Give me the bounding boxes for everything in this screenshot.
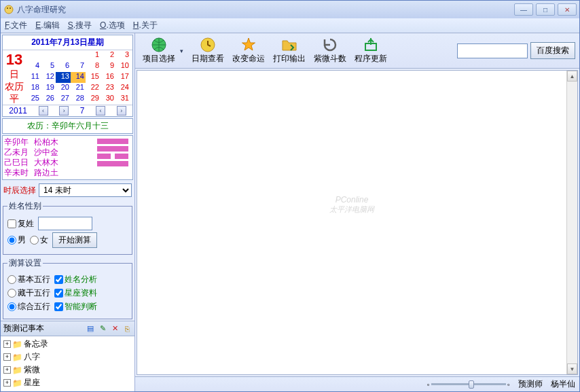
print-output-button[interactable]: 打印输出 xyxy=(270,35,309,67)
toolbar: 项目选择 ▾ 日期查看 改变命运 打印输出 紫微斗数 xyxy=(135,33,579,69)
calendar-nav: 2011 ‹ › 7 ‹ › xyxy=(3,105,132,116)
new-note-icon[interactable]: ▤ xyxy=(86,324,95,334)
ziwei-button[interactable]: 紫微斗数 xyxy=(310,35,350,67)
star-icon xyxy=(240,37,257,53)
svg-point-0 xyxy=(5,5,13,14)
update-button[interactable]: 程序更新 xyxy=(351,35,391,67)
gender-male-radio[interactable]: 男 xyxy=(7,234,26,246)
status-name: 杨半仙 xyxy=(551,378,575,390)
year-prev-button[interactable]: ‹ xyxy=(39,106,48,115)
zoom-slider[interactable]: ◦◦ xyxy=(427,380,510,389)
svg-point-2 xyxy=(10,7,11,9)
menu-file[interactable]: F.文件 xyxy=(5,20,27,31)
close-button[interactable]: ✕ xyxy=(558,3,577,16)
fuxing-checkbox[interactable]: 复姓 xyxy=(7,218,34,230)
tree-item: +📁八字 xyxy=(2,351,133,363)
wuxing-combined-radio[interactable]: 综合五行 xyxy=(7,301,50,313)
shichen-label: 时辰选择 xyxy=(3,185,36,196)
smart-judge-checkbox[interactable]: 智能判断 xyxy=(54,301,97,313)
baidu-search-button[interactable]: 百度搜索 xyxy=(530,42,575,59)
gender-female-radio[interactable]: 女 xyxy=(30,234,48,246)
month-next-button[interactable]: › xyxy=(117,106,126,115)
name-fieldset: 姓名性别 复姓 男 女 开始测算 xyxy=(3,200,132,255)
status-bar: ◦◦ 预测师 杨半仙 xyxy=(135,376,579,391)
refresh-icon xyxy=(322,37,338,53)
year-next-button[interactable]: › xyxy=(59,106,69,115)
menu-help[interactable]: H.关于 xyxy=(133,20,158,31)
tree-item: +📁紫微 xyxy=(2,363,133,376)
content-area: PConline 太平洋电脑网 ▲ ▼ xyxy=(137,70,578,375)
tree-item: +📁备忘录 xyxy=(2,338,133,351)
app-icon xyxy=(3,4,14,15)
calendar-grid[interactable]: 123 45678910 11121314151617 181920212223… xyxy=(26,50,132,105)
titlebar: 八字命理研究 — □ ✕ xyxy=(1,1,579,18)
settings-fieldset: 测算设置 基本五行 姓名分析 藏干五行 星座资料 综合五行 智能判断 xyxy=(3,257,132,319)
wuxing-basic-radio[interactable]: 基本五行 xyxy=(7,274,50,285)
copy-note-icon[interactable]: ⎘ xyxy=(122,324,132,334)
wuxing-hidden-radio[interactable]: 藏干五行 xyxy=(7,287,50,299)
clock-icon xyxy=(200,37,216,53)
project-dropdown-arrow[interactable]: ▾ xyxy=(180,48,187,54)
left-panel: 2011年7月13日星期 13 日 农历 平 123 45678910 1112… xyxy=(1,33,135,391)
globe-icon xyxy=(151,37,167,53)
vertical-scrollbar[interactable]: ▲ ▼ xyxy=(566,71,577,374)
maximize-button[interactable]: □ xyxy=(536,3,555,16)
update-icon xyxy=(363,37,379,53)
month-prev-button[interactable]: ‹ xyxy=(96,106,105,115)
calendar: 2011年7月13日星期 13 日 农历 平 123 45678910 1112… xyxy=(2,35,133,117)
name-analysis-checkbox[interactable]: 姓名分析 xyxy=(54,274,97,285)
lunar-date: 农历：辛卯年六月十三 xyxy=(2,118,133,134)
minimize-button[interactable]: — xyxy=(514,3,533,16)
name-input[interactable] xyxy=(38,217,92,230)
notes-tree[interactable]: +📁备忘录 +📁八字 +📁紫微 +📁星座 xyxy=(1,336,134,391)
edit-note-icon[interactable]: ✎ xyxy=(98,324,107,334)
content-viewport[interactable]: PConline 太平洋电脑网 xyxy=(137,71,566,374)
svg-point-1 xyxy=(7,7,8,9)
scroll-down-button[interactable]: ▼ xyxy=(567,363,577,374)
calendar-today-display: 13 日 农历 平 xyxy=(3,50,26,105)
menubar: F.文件 E.编辑 S.搜寻 O.选项 H.关于 xyxy=(1,18,579,33)
delete-note-icon[interactable]: ✕ xyxy=(110,324,120,334)
status-label: 预测师 xyxy=(518,378,543,390)
menu-search[interactable]: S.搜寻 xyxy=(68,20,92,31)
date-view-button[interactable]: 日期查看 xyxy=(188,35,228,67)
search-input[interactable] xyxy=(457,43,528,58)
right-panel: 项目选择 ▾ 日期查看 改变命运 打印输出 紫微斗数 xyxy=(135,33,579,391)
project-select-button[interactable]: 项目选择 xyxy=(139,35,179,67)
constellation-checkbox[interactable]: 星座资料 xyxy=(54,287,97,299)
shichen-select[interactable]: 14 未时 xyxy=(39,183,132,197)
calculate-button[interactable]: 开始测算 xyxy=(52,232,97,248)
menu-options[interactable]: O.选项 xyxy=(100,20,125,31)
calendar-header: 2011年7月13日星期 xyxy=(3,35,132,50)
window-title: 八字命理研究 xyxy=(17,4,514,16)
tree-item: +📁星座 xyxy=(2,376,133,389)
scroll-up-button[interactable]: ▲ xyxy=(567,71,577,82)
bazi-display: 辛卯年 乙未月 己巳日 辛未时 松柏木 沙中金 大林木 路边土 xyxy=(2,135,133,180)
change-fate-button[interactable]: 改变命运 xyxy=(229,35,268,67)
menu-edit[interactable]: E.编辑 xyxy=(35,20,59,31)
hexagram-icon xyxy=(97,137,128,178)
watermark: PConline 太平洋电脑网 xyxy=(329,194,374,214)
notes-header: 预测记事本 ▤ ✎ ✕ ⎘ xyxy=(1,321,134,336)
folder-icon xyxy=(281,37,297,53)
